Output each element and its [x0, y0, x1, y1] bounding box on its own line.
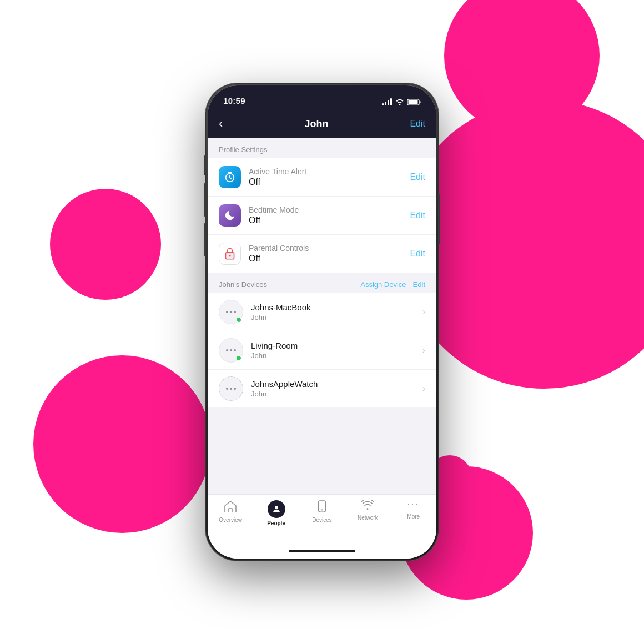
macbook-name: Johns-MacBook	[251, 303, 422, 312]
bg-decoration-1	[444, 0, 600, 133]
home-bar	[289, 550, 355, 552]
svg-point-8	[321, 509, 323, 510]
parental-controls-edit[interactable]: Edit	[410, 249, 425, 259]
living-room-owner: John	[251, 351, 422, 360]
content-spacer	[208, 407, 436, 494]
parental-controls-value: Off	[249, 254, 410, 264]
status-icons	[382, 98, 421, 105]
devices-header-actions: Assign Device Edit	[360, 280, 425, 289]
mute-button	[204, 155, 206, 175]
macbook-owner: John	[251, 313, 422, 321]
more-label: More	[407, 514, 420, 520]
people-active-icon	[268, 500, 285, 518]
device-dots	[226, 349, 236, 351]
back-button[interactable]: ‹	[219, 117, 223, 131]
online-indicator	[236, 317, 242, 323]
active-time-alert-label: Active Time Alert	[249, 167, 410, 176]
devices-tab-icon	[316, 500, 328, 515]
svg-rect-1	[420, 101, 421, 103]
parental-controls-item[interactable]: Parental Controls Off Edit	[208, 235, 436, 273]
status-bar: 10:59	[208, 85, 436, 110]
tab-more[interactable]: ··· More	[397, 500, 430, 520]
apple-watch-name: JohnsAppleWatch	[251, 379, 422, 389]
active-time-alert-content: Active Time Alert Off	[249, 167, 410, 187]
svg-point-6	[275, 506, 278, 509]
device-item-apple-watch[interactable]: JohnsAppleWatch John ›	[208, 370, 436, 407]
devices-label: Devices	[312, 517, 332, 523]
battery-icon	[407, 99, 421, 105]
nav-header: ‹ John Edit	[208, 110, 436, 138]
phone-frame: 10:59 ‹ John	[205, 83, 439, 561]
device-item-macbook[interactable]: Johns-MacBook John ›	[208, 293, 436, 331]
timer-icon	[219, 166, 241, 188]
devices-list: Johns-MacBook John ›	[208, 293, 436, 407]
volume-up-button	[204, 183, 206, 217]
network-label: Network	[358, 515, 378, 521]
devices-edit-button[interactable]: Edit	[413, 280, 425, 289]
overview-icon	[224, 500, 237, 515]
bedtime-mode-edit[interactable]: Edit	[410, 210, 425, 220]
tab-overview[interactable]: Overview	[214, 500, 247, 523]
bedtime-mode-value: Off	[249, 215, 410, 225]
device-dots	[226, 388, 236, 390]
tab-bar: Overview People	[208, 494, 436, 543]
tab-network[interactable]: Network	[351, 500, 384, 521]
apple-watch-info: JohnsAppleWatch John	[251, 379, 422, 398]
signal-icon	[382, 98, 392, 105]
tab-people[interactable]: People	[260, 500, 293, 526]
device-item-living-room[interactable]: Living-Room John ›	[208, 331, 436, 370]
bedtime-icon	[219, 204, 241, 227]
home-indicator-area	[208, 543, 436, 559]
apple-watch-owner: John	[251, 390, 422, 398]
overview-label: Overview	[219, 517, 242, 523]
bedtime-mode-label: Bedtime Mode	[249, 205, 410, 214]
power-button	[438, 194, 440, 244]
active-time-alert-value: Off	[249, 177, 410, 187]
network-icon	[361, 500, 374, 512]
devices-section-label: John's Devices	[219, 280, 267, 289]
bedtime-mode-content: Bedtime Mode Off	[249, 205, 410, 225]
macbook-info: Johns-MacBook John	[251, 303, 422, 321]
device-dots	[226, 311, 236, 313]
notch	[283, 85, 361, 101]
parental-icon	[219, 243, 241, 265]
svg-rect-2	[409, 100, 418, 104]
active-time-alert-item[interactable]: Active Time Alert Off Edit	[208, 158, 436, 197]
profile-settings-header: Profile Settings	[208, 138, 436, 158]
chevron-right-icon: ›	[422, 345, 425, 355]
chevron-right-icon: ›	[422, 384, 425, 394]
living-room-info: Living-Room John	[251, 341, 422, 360]
volume-down-button	[204, 223, 206, 256]
living-room-avatar	[219, 338, 243, 363]
assign-device-button[interactable]: Assign Device	[360, 280, 406, 289]
parental-controls-label: Parental Controls	[249, 244, 410, 253]
wifi-icon	[395, 99, 404, 105]
page-title: John	[304, 118, 328, 130]
phone-screen: 10:59 ‹ John	[208, 85, 436, 559]
more-icon: ···	[407, 500, 420, 511]
status-time: 10:59	[223, 96, 245, 105]
bedtime-mode-item[interactable]: Bedtime Mode Off Edit	[208, 197, 436, 235]
parental-controls-content: Parental Controls Off	[249, 244, 410, 264]
living-room-name: Living-Room	[251, 341, 422, 350]
header-edit-button[interactable]: Edit	[410, 119, 425, 129]
bg-decoration-4	[33, 355, 211, 533]
people-label: People	[267, 520, 285, 526]
profile-settings-card: Active Time Alert Off Edit Bedtime Mode …	[208, 158, 436, 273]
bg-decoration-3	[50, 189, 161, 300]
macbook-avatar	[219, 300, 243, 324]
active-time-alert-edit[interactable]: Edit	[410, 172, 425, 182]
tab-devices[interactable]: Devices	[305, 500, 339, 523]
scroll-content: Profile Settings Active Time Alert Off	[208, 138, 436, 494]
online-indicator	[236, 355, 242, 361]
devices-section-header: John's Devices Assign Device Edit	[208, 273, 436, 293]
apple-watch-avatar	[219, 376, 243, 401]
svg-point-5	[229, 255, 230, 256]
chevron-right-icon: ›	[422, 307, 425, 317]
